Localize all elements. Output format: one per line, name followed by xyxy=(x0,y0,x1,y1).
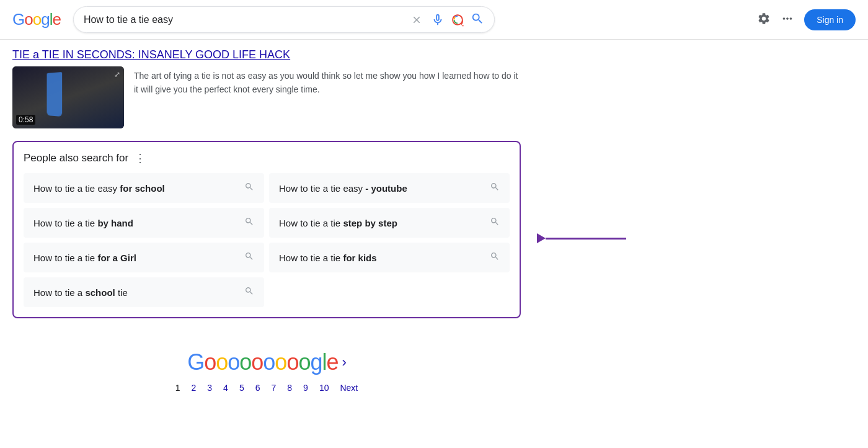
voice-search-button[interactable] xyxy=(431,13,445,27)
pagination-chevron-right-icon[interactable]: › xyxy=(342,354,346,370)
clear-button[interactable] xyxy=(409,14,425,25)
page-numbers: 1 2 3 4 5 6 7 8 9 10 Next xyxy=(172,380,362,395)
search-items-grid: How to tie a tie easy for school How to … xyxy=(24,173,510,307)
page-6-button[interactable]: 6 xyxy=(252,380,264,395)
also-search-box: People also search for ⋮ How to tie a ti… xyxy=(12,141,521,318)
sign-in-button[interactable]: Sign in xyxy=(804,9,856,30)
page-7-button[interactable]: 7 xyxy=(268,380,280,395)
pagination-google-logo[interactable]: Gooooooooogle › xyxy=(187,349,346,375)
more-options-button[interactable]: ⋮ xyxy=(135,153,146,164)
page-2-button[interactable]: 2 xyxy=(188,380,200,395)
next-button[interactable]: Next xyxy=(336,380,361,395)
also-search-title: People also search for xyxy=(24,152,128,164)
search-button[interactable] xyxy=(471,12,484,27)
search-item-text: How to tie a tie easy for school xyxy=(33,183,244,194)
search-icon xyxy=(471,12,484,25)
search-item-text: How to tie a school tie xyxy=(33,287,244,298)
search-item-for-school[interactable]: How to tie a tie easy for school xyxy=(24,173,264,203)
google-logo[interactable]: Google xyxy=(12,10,61,29)
video-result: 0:58 ⤢ The art of tying a tie is not as … xyxy=(12,66,521,128)
top-result-title[interactable]: TIE a TIE IN SECONDS: INSANELY GOOD LIFE… xyxy=(12,40,521,66)
search-item-text: How to tie a tie step by step xyxy=(279,218,490,228)
video-duration: 0:58 xyxy=(16,115,35,125)
page-9-button[interactable]: 9 xyxy=(299,380,312,395)
video-description: The art of tying a tie is not as easy as… xyxy=(134,66,521,97)
search-item-text: How to tie a tie by hand xyxy=(33,218,244,228)
apps-button[interactable] xyxy=(781,12,794,27)
search-icon xyxy=(244,217,254,229)
settings-button[interactable] xyxy=(757,12,771,27)
search-icon xyxy=(244,251,254,264)
search-item-text: How to tie a tie for kids xyxy=(279,253,490,263)
search-icon xyxy=(244,286,254,298)
search-icon xyxy=(490,251,500,264)
page-4-button[interactable]: 4 xyxy=(219,380,232,395)
video-thumbnail[interactable]: 0:58 ⤢ xyxy=(12,66,124,128)
header: Google xyxy=(0,0,868,40)
page-8-button[interactable]: 8 xyxy=(283,380,296,395)
search-icon xyxy=(244,182,254,194)
page-1-button: 1 xyxy=(172,380,184,395)
arrow-head-icon xyxy=(537,233,546,243)
lens-search-button[interactable] xyxy=(451,13,464,27)
also-search-header: People also search for ⋮ xyxy=(24,152,510,164)
page-10-button[interactable]: 10 xyxy=(316,380,333,395)
lens-icon xyxy=(451,13,464,27)
search-input[interactable] xyxy=(84,14,402,25)
search-bar xyxy=(73,6,495,33)
microphone-icon xyxy=(431,13,445,27)
page-3-button[interactable]: 3 xyxy=(203,380,216,395)
search-icon xyxy=(490,217,500,229)
arrow-annotation xyxy=(537,233,626,243)
search-item-school-tie[interactable]: How to tie a school tie xyxy=(24,277,264,307)
expand-icon: ⤢ xyxy=(114,70,120,79)
search-item-for-kids[interactable]: How to tie a tie for kids xyxy=(269,243,510,272)
search-icon xyxy=(490,182,500,194)
also-search-section: People also search for ⋮ How to tie a ti… xyxy=(12,141,521,318)
header-right: Sign in xyxy=(757,9,856,30)
arrow-line xyxy=(546,238,626,240)
gear-icon xyxy=(757,12,771,25)
search-item-text: How to tie a tie for a Girl xyxy=(33,253,244,263)
search-item-for-girl[interactable]: How to tie a tie for a Girl xyxy=(24,243,264,272)
search-item-text: How to tie a tie easy - youtube xyxy=(279,183,490,194)
pagination-section: Gooooooooogle › 1 2 3 4 5 6 7 8 9 10 Nex… xyxy=(12,337,521,401)
page-5-button[interactable]: 5 xyxy=(236,380,248,395)
search-item-empty xyxy=(269,277,510,307)
close-icon xyxy=(411,14,422,25)
search-item-by-hand[interactable]: How to tie a tie by hand xyxy=(24,208,264,238)
search-item-step-by-step[interactable]: How to tie a tie step by step xyxy=(269,208,510,238)
search-item-youtube[interactable]: How to tie a tie easy - youtube xyxy=(269,173,510,203)
main-content: TIE a TIE IN SECONDS: INSANELY GOOD LIFE… xyxy=(0,40,533,414)
apps-icon xyxy=(781,12,794,25)
